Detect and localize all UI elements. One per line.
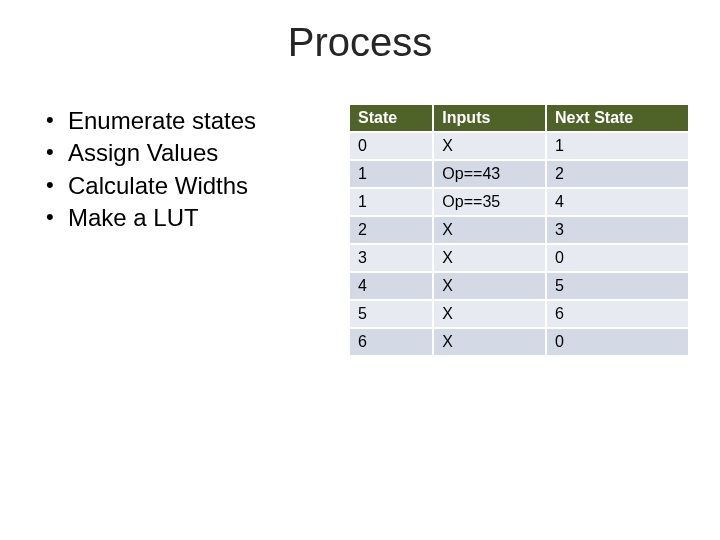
table-row: 2 X 3 xyxy=(350,216,689,244)
table-row: 3 X 0 xyxy=(350,244,689,272)
cell: Op==35 xyxy=(433,188,546,216)
cell: 4 xyxy=(546,188,689,216)
cell: 4 xyxy=(350,272,433,300)
table-header-row: State Inputs Next State xyxy=(350,105,689,132)
table-row: 5 X 6 xyxy=(350,300,689,328)
cell: 0 xyxy=(546,244,689,272)
cell: X xyxy=(433,132,546,160)
cell: X xyxy=(433,328,546,356)
table-row: 0 X 1 xyxy=(350,132,689,160)
cell: 2 xyxy=(546,160,689,188)
cell: 1 xyxy=(350,160,433,188)
table-row: 1 Op==35 4 xyxy=(350,188,689,216)
cell: X xyxy=(433,216,546,244)
cell: X xyxy=(433,300,546,328)
list-item: Enumerate states xyxy=(40,105,350,137)
list-item: Assign Values xyxy=(40,137,350,169)
cell: Op==43 xyxy=(433,160,546,188)
cell: X xyxy=(433,244,546,272)
cell: 0 xyxy=(546,328,689,356)
cell: 1 xyxy=(546,132,689,160)
cell: 0 xyxy=(350,132,433,160)
table-row: 6 X 0 xyxy=(350,328,689,356)
list-item: Calculate Widths xyxy=(40,170,350,202)
cell: X xyxy=(433,272,546,300)
table-row: 1 Op==43 2 xyxy=(350,160,689,188)
cell: 5 xyxy=(546,272,689,300)
cell: 3 xyxy=(350,244,433,272)
table-row: 4 X 5 xyxy=(350,272,689,300)
slide-title: Process xyxy=(0,0,720,65)
cell: 6 xyxy=(546,300,689,328)
cell: 5 xyxy=(350,300,433,328)
slide-content: Enumerate states Assign Values Calculate… xyxy=(0,65,720,357)
cell: 2 xyxy=(350,216,433,244)
cell: 3 xyxy=(546,216,689,244)
cell: 1 xyxy=(350,188,433,216)
state-table: State Inputs Next State 0 X 1 1 Op==43 2… xyxy=(350,105,690,357)
col-next-state: Next State xyxy=(546,105,689,132)
cell: 6 xyxy=(350,328,433,356)
col-inputs: Inputs xyxy=(433,105,546,132)
list-item: Make a LUT xyxy=(40,202,350,234)
col-state: State xyxy=(350,105,433,132)
bullet-list: Enumerate states Assign Values Calculate… xyxy=(40,105,350,357)
